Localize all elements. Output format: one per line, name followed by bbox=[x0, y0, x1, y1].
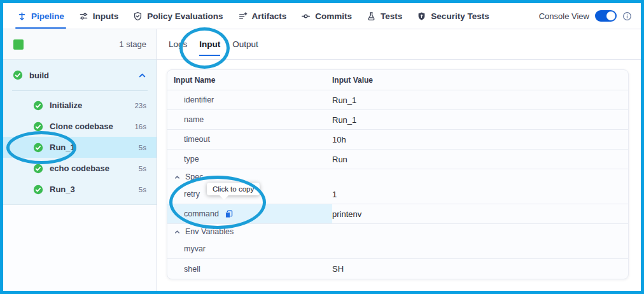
input-value: Run bbox=[332, 155, 347, 164]
policy-evaluations-icon bbox=[133, 11, 143, 21]
input-value: 10h bbox=[332, 135, 346, 144]
input-value: SH bbox=[332, 264, 344, 274]
top-nav: PipelineInputsPolicy EvaluationsArtifact… bbox=[3, 3, 641, 29]
divider bbox=[12, 90, 148, 91]
step-duration: 16s bbox=[134, 123, 146, 130]
sidebar-header: 1 stage bbox=[3, 29, 157, 60]
chevron-up-icon[interactable] bbox=[137, 71, 147, 80]
input-name: myvar bbox=[184, 244, 206, 253]
nav-tab-pipeline[interactable]: Pipeline bbox=[17, 3, 64, 29]
step-duration: 5s bbox=[139, 165, 146, 172]
table-row-identifier: identifierRun_1 bbox=[167, 90, 628, 110]
step-duration: 5s bbox=[139, 144, 146, 151]
success-check-icon bbox=[33, 122, 43, 132]
pipeline-icon bbox=[17, 11, 27, 21]
input-name-cell: shell bbox=[167, 259, 332, 279]
nav-tab-label: Artifacts bbox=[252, 11, 287, 21]
column-header-input-value: Input Value bbox=[332, 76, 373, 85]
input-name-cell: identifier bbox=[167, 90, 332, 109]
table-header-row: Input Name Input Value bbox=[167, 70, 628, 90]
table-row-command: commandprintenv bbox=[167, 204, 628, 224]
success-check-icon bbox=[33, 185, 43, 195]
input-name: retry bbox=[184, 190, 200, 199]
nav-tab-security-tests[interactable]: Security Tests bbox=[417, 3, 489, 29]
execution-sidebar: 1 stage build Initialize23sClone codebas… bbox=[3, 29, 157, 291]
tab-input[interactable]: Input bbox=[199, 29, 220, 59]
artifacts-icon bbox=[238, 11, 248, 21]
nav-tab-artifacts[interactable]: Artifacts bbox=[238, 3, 287, 29]
copy-icon[interactable] bbox=[224, 209, 234, 219]
nav-tab-policy-evaluations[interactable]: Policy Evaluations bbox=[133, 3, 223, 29]
info-icon[interactable] bbox=[622, 11, 632, 21]
nav-tab-label: Inputs bbox=[93, 11, 119, 21]
step-duration: 5s bbox=[139, 186, 146, 193]
step-details-panel: LogsInputOutput Input Name Input Value i… bbox=[157, 29, 641, 291]
nav-tab-label: Commits bbox=[315, 11, 352, 21]
table-row-shell: shellSH bbox=[167, 259, 628, 279]
input-table: Input Name Input Value identifierRun_1na… bbox=[167, 69, 629, 279]
tab-label: Input bbox=[199, 39, 220, 49]
nav-tab-label: Tests bbox=[381, 11, 402, 21]
table-row-name: nameRun_1 bbox=[167, 110, 628, 130]
table-row-type: typeRun bbox=[167, 150, 628, 169]
stage-status-square bbox=[13, 39, 24, 50]
commits-icon bbox=[301, 11, 311, 21]
input-name: timeout bbox=[184, 135, 210, 144]
input-name-cell: timeout bbox=[167, 130, 332, 149]
tab-logs[interactable]: Logs bbox=[169, 29, 187, 59]
success-check-icon bbox=[33, 143, 43, 153]
success-check-icon bbox=[33, 101, 43, 111]
step-name: Run_1 bbox=[50, 143, 75, 152]
step-row-clone-codebase[interactable]: Clone codebase16s bbox=[3, 116, 157, 137]
app-window: PipelineInputsPolicy EvaluationsArtifact… bbox=[0, 0, 644, 294]
step-list: Initialize23sClone codebase16sRun_15sech… bbox=[3, 95, 157, 200]
input-name: identifier bbox=[184, 95, 214, 104]
chevron-up-icon bbox=[174, 174, 181, 181]
section-label: Env Variables bbox=[185, 227, 234, 236]
content-area: 1 stage build Initialize23sClone codebas… bbox=[3, 29, 641, 291]
step-name: echo codebase bbox=[50, 164, 109, 173]
input-value: Run_1 bbox=[332, 115, 356, 125]
details-tab-bar: LogsInputOutput bbox=[157, 29, 641, 60]
console-view-control: Console View bbox=[539, 10, 632, 22]
input-name-cell: command bbox=[167, 204, 332, 223]
success-check-icon bbox=[33, 164, 43, 174]
nav-tab-commits[interactable]: Commits bbox=[301, 3, 352, 29]
security-tests-icon bbox=[417, 11, 426, 21]
tab-label: Logs bbox=[169, 39, 187, 49]
stage-count-label: 1 stage bbox=[119, 39, 146, 49]
nav-tab-tests[interactable]: Tests bbox=[367, 3, 402, 29]
tab-output[interactable]: Output bbox=[232, 29, 258, 59]
step-duration: 23s bbox=[134, 102, 146, 109]
column-header-input-name: Input Name bbox=[167, 76, 332, 85]
toggle-knob bbox=[606, 11, 615, 20]
console-view-toggle[interactable] bbox=[595, 10, 617, 22]
stage-panel: build Initialize23sClone codebase16sRun_… bbox=[3, 60, 157, 205]
step-row-run-1[interactable]: Run_15s bbox=[3, 137, 157, 158]
input-name: type bbox=[184, 155, 199, 164]
section-row-env-variables[interactable]: Env Variables bbox=[167, 224, 628, 239]
input-value: printenv bbox=[332, 209, 361, 219]
input-name: shell bbox=[184, 265, 200, 274]
input-name: command bbox=[184, 209, 219, 218]
tests-icon bbox=[367, 11, 376, 21]
table-row-timeout: timeout10h bbox=[167, 130, 628, 150]
input-name: name bbox=[184, 115, 204, 124]
step-name: Clone codebase bbox=[50, 122, 113, 131]
step-row-run-3[interactable]: Run_35s bbox=[3, 179, 157, 200]
copy-tooltip: Click to copy bbox=[207, 183, 260, 195]
section-label: Spec bbox=[185, 172, 204, 181]
input-value: Run_1 bbox=[332, 95, 356, 105]
nav-tab-inputs[interactable]: Inputs bbox=[79, 3, 119, 29]
stage-row-build[interactable]: build bbox=[3, 60, 157, 90]
console-view-label: Console View bbox=[539, 11, 589, 21]
step-row-echo-codebase[interactable]: echo codebase5s bbox=[3, 158, 157, 179]
input-name-cell: type bbox=[167, 150, 332, 169]
table-row-myvar: myvar bbox=[167, 239, 628, 259]
input-value: 1 bbox=[332, 190, 337, 199]
stage-name: build bbox=[29, 71, 49, 80]
nav-tab-label: Pipeline bbox=[31, 11, 64, 21]
success-check-icon bbox=[13, 70, 23, 80]
step-row-initialize[interactable]: Initialize23s bbox=[3, 95, 157, 116]
inputs-icon bbox=[79, 11, 88, 21]
